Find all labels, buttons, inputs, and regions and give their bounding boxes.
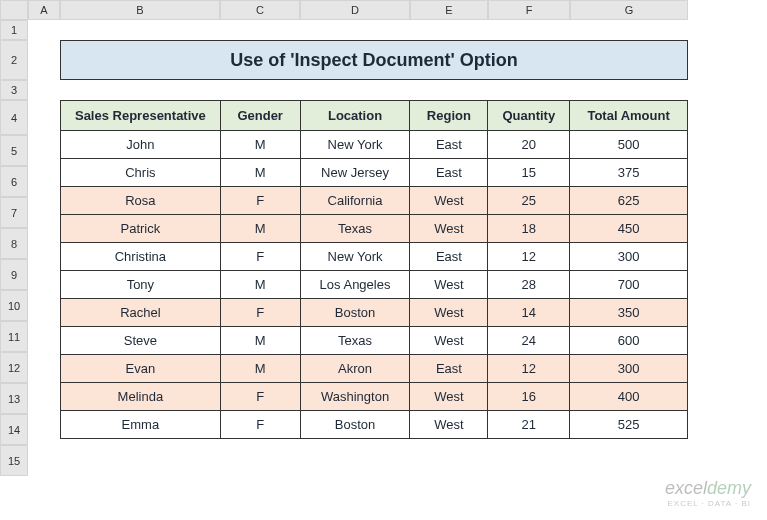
cell-rep[interactable]: Melinda [61,383,221,411]
row-header-2[interactable]: 2 [0,40,28,80]
cell-gender[interactable]: F [220,299,300,327]
cell-location[interactable]: New Jersey [300,159,410,187]
cell-rep[interactable]: Rachel [61,299,221,327]
cell-gender[interactable]: M [220,355,300,383]
cell-rep[interactable]: Chris [61,159,221,187]
cell-total[interactable]: 625 [570,187,688,215]
cell-region[interactable]: East [410,131,488,159]
cell-location[interactable]: Texas [300,327,410,355]
cell-quantity[interactable]: 15 [488,159,570,187]
cell-total[interactable]: 525 [570,411,688,439]
cell-gender[interactable]: F [220,243,300,271]
cell-quantity[interactable]: 24 [488,327,570,355]
col-header-g[interactable]: G [570,0,688,20]
cell-total[interactable]: 500 [570,131,688,159]
header-region[interactable]: Region [410,101,488,131]
cell-gender[interactable]: M [220,327,300,355]
header-location[interactable]: Location [300,101,410,131]
cell-total[interactable]: 700 [570,271,688,299]
cell-total[interactable]: 400 [570,383,688,411]
cell-rep[interactable]: Christina [61,243,221,271]
cell-quantity[interactable]: 20 [488,131,570,159]
cell-gender[interactable]: F [220,187,300,215]
cell-location[interactable]: Akron [300,355,410,383]
cell-gender[interactable]: M [220,131,300,159]
cell-region[interactable]: East [410,355,488,383]
cell-region[interactable]: West [410,187,488,215]
col-header-e[interactable]: E [410,0,488,20]
cell-total[interactable]: 375 [570,159,688,187]
cell-total[interactable]: 300 [570,355,688,383]
table-row: ChrisMNew JerseyEast15375 [61,159,688,187]
cell-region[interactable]: West [410,271,488,299]
cell-rep[interactable]: Rosa [61,187,221,215]
header-sales-rep[interactable]: Sales Representative [61,101,221,131]
cell-gender[interactable]: M [220,271,300,299]
header-quantity[interactable]: Quantity [488,101,570,131]
row-header-12[interactable]: 12 [0,352,28,383]
row-header-1[interactable]: 1 [0,20,28,40]
cell-region[interactable]: West [410,327,488,355]
col-header-c[interactable]: C [220,0,300,20]
cell-gender[interactable]: M [220,215,300,243]
cell-location[interactable]: New York [300,243,410,271]
cell-quantity[interactable]: 16 [488,383,570,411]
cell-gender[interactable]: F [220,411,300,439]
header-gender[interactable]: Gender [220,101,300,131]
row-header-8[interactable]: 8 [0,228,28,259]
row-header-5[interactable]: 5 [0,135,28,166]
row-header-3[interactable]: 3 [0,80,28,100]
cell-gender[interactable]: F [220,383,300,411]
table-row: RosaFCaliforniaWest25625 [61,187,688,215]
cell-region[interactable]: West [410,299,488,327]
cell-region[interactable]: West [410,411,488,439]
header-total-amount[interactable]: Total Amount [570,101,688,131]
cell-quantity[interactable]: 25 [488,187,570,215]
cell-gender[interactable]: M [220,159,300,187]
cell-quantity[interactable]: 12 [488,243,570,271]
cell-quantity[interactable]: 14 [488,299,570,327]
cell-quantity[interactable]: 12 [488,355,570,383]
cell-quantity[interactable]: 21 [488,411,570,439]
cell-total[interactable]: 600 [570,327,688,355]
row-header-7[interactable]: 7 [0,197,28,228]
cell-rep[interactable]: Patrick [61,215,221,243]
row-header-10[interactable]: 10 [0,290,28,321]
cell-region[interactable]: West [410,215,488,243]
row-header-6[interactable]: 6 [0,166,28,197]
col-header-d[interactable]: D [300,0,410,20]
cell-rep[interactable]: Tony [61,271,221,299]
row-header-9[interactable]: 9 [0,259,28,290]
cell-total[interactable]: 450 [570,215,688,243]
cell-region[interactable]: East [410,159,488,187]
cell-rep[interactable]: Steve [61,327,221,355]
cell-rep[interactable]: John [61,131,221,159]
row-header-14[interactable]: 14 [0,414,28,445]
row-header-13[interactable]: 13 [0,383,28,414]
watermark-brand: exceldemy [665,478,751,499]
cell-location[interactable]: Texas [300,215,410,243]
cell-location[interactable]: New York [300,131,410,159]
col-header-a[interactable]: A [28,0,60,20]
cell-location[interactable]: Boston [300,411,410,439]
cell-location[interactable]: Boston [300,299,410,327]
cell-total[interactable]: 350 [570,299,688,327]
cell-location[interactable]: Washington [300,383,410,411]
cell-rep[interactable]: Emma [61,411,221,439]
col-header-b[interactable]: B [60,0,220,20]
worksheet-content: Use of 'Inspect Document' Option Sales R… [60,20,688,439]
row-header-15[interactable]: 15 [0,445,28,476]
cell-total[interactable]: 300 [570,243,688,271]
cell-rep[interactable]: Evan [61,355,221,383]
select-all-corner[interactable] [0,0,28,20]
cell-location[interactable]: Los Angeles [300,271,410,299]
column-headers: A B C D E F G [0,0,688,20]
cell-region[interactable]: East [410,243,488,271]
cell-region[interactable]: West [410,383,488,411]
row-header-4[interactable]: 4 [0,100,28,135]
cell-location[interactable]: California [300,187,410,215]
row-header-11[interactable]: 11 [0,321,28,352]
cell-quantity[interactable]: 28 [488,271,570,299]
cell-quantity[interactable]: 18 [488,215,570,243]
col-header-f[interactable]: F [488,0,570,20]
